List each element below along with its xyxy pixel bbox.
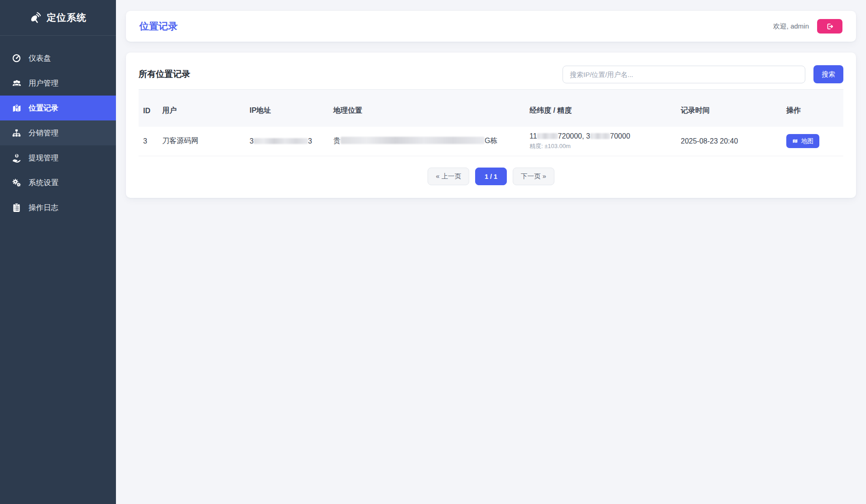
welcome-text: 欢迎, admin <box>773 22 809 31</box>
records-table: ID 用户 IP地址 地理位置 经纬度 / 精度 记录时间 操作 3 刀客源码网 <box>139 89 843 156</box>
search-input[interactable] <box>563 66 805 83</box>
app-layout: 定位系统 仪表盘 <box>0 0 866 504</box>
redacted-ip-segment <box>254 138 308 144</box>
col-ip: IP地址 <box>245 90 329 127</box>
page-title: 位置记录 <box>140 20 178 33</box>
sidebar-item-label: 位置记录 <box>29 103 58 113</box>
topbar: 位置记录 欢迎, admin <box>126 11 856 42</box>
map-marked-icon <box>11 103 22 113</box>
map-button[interactable]: 地图 <box>786 134 819 148</box>
accuracy-text: 精度: ±103.00m <box>529 142 672 150</box>
coords-line: 11720000, 370000 <box>529 132 672 140</box>
cell-coords: 11720000, 370000 精度: ±103.00m <box>525 127 676 156</box>
sidebar-item-dashboard[interactable]: 仪表盘 <box>0 46 116 71</box>
search-button[interactable]: 搜索 <box>813 65 843 83</box>
table-row: 3 刀客源码网 33 贵G栋 11720000, 370000 精度: ±103… <box>139 127 843 156</box>
search-group: 搜索 <box>563 65 843 83</box>
redacted-coord-segment <box>590 133 610 139</box>
cell-location: 贵G栋 <box>329 127 525 156</box>
sidebar-item-withdrawal[interactable]: 提现管理 <box>0 145 116 170</box>
redacted-coord-segment <box>537 133 558 139</box>
redacted-location-segment <box>341 137 485 144</box>
sign-out-icon <box>826 23 834 30</box>
clipboard-list-icon <box>11 203 22 212</box>
app-logo: 定位系统 <box>0 0 116 36</box>
sidebar-item-label: 系统设置 <box>29 178 58 188</box>
cell-actions: 地图 <box>782 127 843 156</box>
pagination: « 上一页 1 / 1 下一页 » <box>139 168 843 185</box>
sidebar-item-location-records[interactable]: 位置记录 <box>0 96 116 120</box>
panel-head: 所有位置记录 搜索 <box>139 65 843 83</box>
sidebar-item-logs[interactable]: 操作日志 <box>0 195 116 220</box>
sidebar-item-settings[interactable]: 系统设置 <box>0 170 116 195</box>
gauge-icon <box>11 53 22 63</box>
col-id: ID <box>139 90 158 127</box>
cell-user: 刀客源码网 <box>158 127 245 156</box>
sidebar-menu: 仪表盘 用户管理 <box>0 46 116 220</box>
col-location: 地理位置 <box>329 90 525 127</box>
current-page-indicator[interactable]: 1 / 1 <box>475 168 507 185</box>
sidebar-item-distribution[interactable]: 分销管理 <box>0 120 116 145</box>
col-time: 记录时间 <box>676 90 782 127</box>
col-user: 用户 <box>158 90 245 127</box>
hand-holding-dollar-icon <box>11 153 22 163</box>
records-table-wrap: ID 用户 IP地址 地理位置 经纬度 / 精度 记录时间 操作 3 刀客源码网 <box>139 89 843 156</box>
cell-id: 3 <box>139 127 158 156</box>
satellite-dish-icon <box>29 12 41 24</box>
table-header-row: ID 用户 IP地址 地理位置 经纬度 / 精度 记录时间 操作 <box>139 90 843 127</box>
cogs-icon <box>11 178 22 187</box>
sidebar-item-label: 用户管理 <box>29 78 58 88</box>
next-page-button[interactable]: 下一页 » <box>513 168 554 185</box>
records-panel: 所有位置记录 搜索 ID 用户 <box>126 53 856 198</box>
col-actions: 操作 <box>782 90 843 127</box>
sidebar: 定位系统 仪表盘 <box>0 0 116 504</box>
sidebar-item-label: 仪表盘 <box>29 53 51 63</box>
panel-title: 所有位置记录 <box>139 68 190 80</box>
sidebar-item-users[interactable]: 用户管理 <box>0 71 116 96</box>
topbar-right: 欢迎, admin <box>773 19 842 34</box>
map-icon <box>792 138 798 144</box>
sitemap-icon <box>11 128 22 138</box>
sidebar-item-label: 操作日志 <box>29 203 58 213</box>
users-icon <box>11 78 22 88</box>
cell-ip: 33 <box>245 127 329 156</box>
main-content: 位置记录 欢迎, admin 所有位置记录 <box>116 0 866 504</box>
sidebar-item-label: 分销管理 <box>29 128 58 138</box>
cell-time: 2025-08-23 20:40 <box>676 127 782 156</box>
prev-page-button[interactable]: « 上一页 <box>428 168 469 185</box>
col-coords: 经纬度 / 精度 <box>525 90 676 127</box>
app-title: 定位系统 <box>47 11 87 24</box>
sidebar-item-label: 提现管理 <box>29 153 58 163</box>
logout-button[interactable] <box>817 19 842 34</box>
